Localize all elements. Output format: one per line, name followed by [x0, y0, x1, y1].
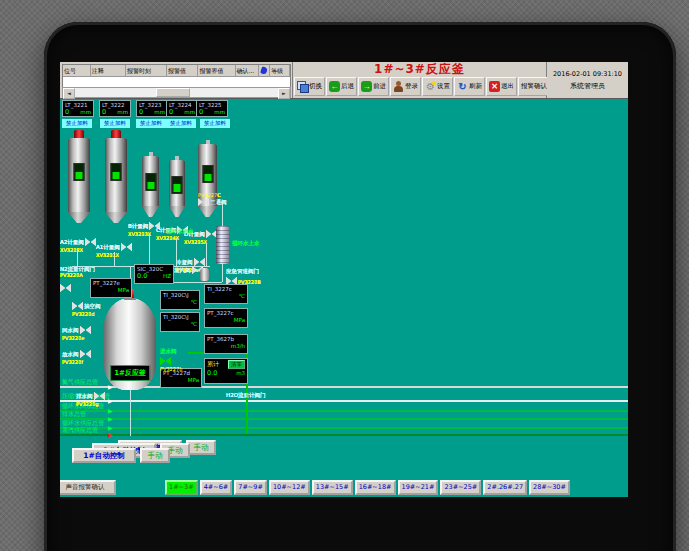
value: 0	[169, 108, 173, 116]
process-area: 氮气供应总管 压缩空气供应总管 循环水回水总管 排水总管 循环水供应总管 蒸汽供…	[60, 98, 628, 478]
level-indicator	[74, 163, 85, 181]
pressure-display: PT_3227eMPa	[90, 278, 132, 298]
page-button-26-27[interactable]: 2#.26#.27	[483, 480, 527, 495]
unit: MPa	[188, 376, 199, 384]
value: 0	[139, 108, 143, 116]
flow-display: PT_3627bm3/h	[204, 334, 248, 354]
button-label: 后退	[341, 82, 354, 91]
return-water-valve[interactable]: 回水阀PV3227e	[62, 326, 91, 341]
level-indicator	[172, 176, 183, 194]
page-button-28-30[interactable]: 28#~30#	[529, 480, 570, 495]
reset-button[interactable]: 清零	[228, 360, 245, 369]
reactor-vessel: 1#反应釜	[104, 298, 156, 390]
valve-label: 放水阀	[62, 351, 79, 358]
scrollbar-track[interactable]	[75, 88, 278, 97]
unit: m3/h	[231, 342, 245, 350]
settings-button[interactable]: 设置	[422, 77, 453, 96]
totalizer-display: 累计清零0.0m3	[204, 358, 248, 384]
tank-cap	[111, 130, 121, 138]
temperature-display: TI_320C\J℃	[160, 290, 200, 310]
page-button-13-15[interactable]: 13#~15#	[312, 480, 353, 495]
bottom-bar: 声音报警确认 1#~3# 4#~6# 7#~9# 10#~12# 13#~15#…	[60, 478, 628, 497]
pipe	[206, 244, 207, 266]
valve-tag: PV3227f	[62, 359, 91, 365]
system-info-panel: 2016-02-01 09:31:10 系统管理员	[547, 62, 628, 98]
forward-icon	[361, 81, 372, 92]
h2o-flow-label: H2O流量计阀门	[226, 392, 268, 398]
feed-status-label: 禁止加料	[166, 119, 196, 128]
unit: mm	[117, 108, 128, 116]
page-button-16-18[interactable]: 16#~18#	[355, 480, 396, 495]
three-way-valve[interactable]: PV3227C三通阀	[198, 192, 227, 207]
metering-tank	[105, 130, 127, 223]
col-time: 报警时刻	[126, 65, 167, 76]
value: 0.0	[207, 369, 217, 377]
button-label: 刷新	[469, 82, 482, 91]
cooling-water-return-label: 循环水回水	[166, 228, 194, 235]
alarm-ack-button[interactable]: 报警确认	[518, 77, 550, 96]
level-indicator	[111, 163, 122, 181]
valve-label: A2计量阀	[60, 239, 84, 246]
valve-icon	[80, 326, 91, 335]
page-button-23-25[interactable]: 23#~25#	[440, 480, 481, 495]
back-button[interactable]: 后退	[326, 77, 357, 96]
tank-cap	[74, 130, 84, 138]
page-button-10-12[interactable]: 10#~12#	[269, 480, 310, 495]
switch-button[interactable]: 切换	[294, 77, 325, 96]
separator-vessel	[200, 268, 209, 281]
totalizer-label: 累计	[207, 360, 219, 369]
auto-control-button[interactable]: 1#自动控制	[72, 448, 136, 463]
valve-label: 三通阀	[210, 199, 227, 206]
level-display: LT_32210mm	[62, 100, 94, 117]
col-tag: 位号	[63, 65, 91, 76]
sound-alarm-ack-button[interactable]: 声音报警确认	[60, 480, 116, 495]
inlet-water-valve[interactable]: 进水阀PV3227b	[160, 338, 182, 372]
metering-valve[interactable]: A1计量阀XV3221X	[96, 243, 142, 258]
refresh-button[interactable]: 刷新	[454, 77, 485, 96]
steam-valve[interactable]: 蒸汽阀	[174, 266, 203, 275]
valve-label: A1计量阀	[96, 244, 120, 251]
valve-label: 应急管道阀门	[226, 268, 259, 274]
alarm-table-header: 位号 注释 报警时刻 报警值 报警界值 确认... 等级	[63, 65, 290, 77]
alarm-scrollbar[interactable]	[62, 87, 291, 98]
user-icon	[393, 81, 404, 92]
page-button-19-21[interactable]: 19#~21#	[398, 480, 439, 495]
switch-icon	[297, 81, 308, 92]
unit: mm	[214, 108, 225, 116]
valve-label: 蒸汽阀	[174, 267, 191, 274]
feed-status-label: 禁止加料	[136, 119, 166, 128]
agitator-speed-display: SIC_320C0.0HZ	[134, 264, 174, 284]
waste-water-valve[interactable]: 排水阀PV3227g	[76, 392, 105, 407]
page-button-1-3[interactable]: 1#~3#	[165, 480, 198, 495]
vacuum-valve[interactable]: 抽空阀PV3227d	[72, 302, 101, 317]
value: 0	[199, 108, 203, 116]
exit-button[interactable]: 退出	[486, 77, 517, 96]
login-button[interactable]: 登录	[390, 77, 421, 96]
level-display: LT_32240mm	[166, 100, 198, 117]
drain-valve[interactable]: 放水阀PV3227f	[62, 350, 91, 365]
alarm-list[interactable]	[63, 77, 290, 87]
valve-tag: PV3227b	[160, 366, 182, 372]
page-button-4-6[interactable]: 4#~6#	[200, 480, 233, 495]
button-label: 退出	[501, 82, 514, 91]
button-label: 设置	[437, 82, 450, 91]
level-indicator	[202, 165, 213, 183]
unit: ℃	[191, 298, 197, 306]
unit: ℃	[239, 292, 245, 300]
unit: ℃	[191, 320, 197, 328]
page-button-7-9[interactable]: 7#~9#	[234, 480, 267, 495]
unit: mm	[154, 108, 165, 116]
pressure-display: PT_3227cMPa	[204, 308, 248, 328]
emergency-pipe-valve[interactable]: 应急管道阀门PV3227B	[226, 258, 266, 286]
feed-status-label: 禁止加料	[100, 119, 130, 128]
col-ack: 确认...	[236, 65, 260, 76]
forward-button[interactable]: 前进	[358, 77, 389, 96]
valve-icon	[121, 243, 132, 252]
unit: HZ	[163, 272, 171, 280]
alarm-table[interactable]: 位号 注释 报警时刻 报警值 报警界值 确认... 等级	[62, 64, 291, 88]
scrollbar-thumb[interactable]	[156, 88, 190, 97]
valve-icon	[72, 302, 83, 311]
manual-mode-button[interactable]: 手动	[140, 448, 170, 463]
tank-funnel	[142, 206, 159, 217]
value: 0.0	[137, 272, 147, 280]
